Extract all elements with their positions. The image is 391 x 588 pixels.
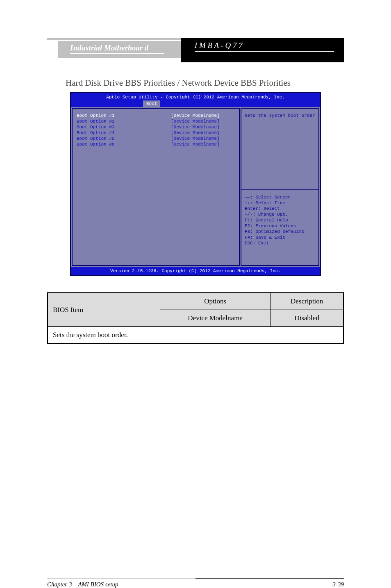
boot-option-label: Boot Option #5 — [77, 136, 171, 141]
bios-key-help: →←: Select Screen ↑↓: Select Item Enter:… — [241, 190, 318, 265]
bios-header: Aptio Setup Utility - Copyright (C) 2012… — [71, 93, 320, 100]
banner-subtitle-underline — [195, 51, 334, 52]
boot-option-row[interactable]: Boot Option #5 [Device Modelname] — [77, 136, 237, 141]
banner-title-underline — [70, 53, 164, 54]
section-title: Hard Disk Drive BBS Priorities / Network… — [66, 78, 391, 88]
key-help-line: +/-: Change Opt. — [245, 212, 316, 217]
key-help-line: F4: Save & Exit — [245, 235, 316, 240]
key-help-line: Enter: Select — [245, 206, 316, 212]
boot-option-label: Boot Option #2 — [77, 119, 171, 124]
boot-option-row[interactable]: Boot Option #4 [Device Modelname] — [77, 130, 237, 136]
bios-options-table: BIOS ItemOptionsDescriptionDevice Modeln… — [47, 292, 344, 344]
boot-option-label: Boot Option #4 — [77, 130, 171, 136]
td-option-desc: Disabled — [271, 310, 343, 327]
footer-left: Chapter 3 – AMI BIOS setup — [47, 581, 118, 588]
footer-right: 3-39 — [333, 581, 344, 588]
boot-option-value: [Device Modelname] — [171, 119, 220, 124]
boot-option-label: Boot Option #6 — [77, 141, 171, 147]
bios-setup-screenshot: Aptio Setup Utility - Copyright (C) 2012… — [70, 92, 321, 276]
th-options: Options — [160, 293, 271, 310]
boot-option-value: [Device Modelname] — [171, 130, 220, 136]
key-help-line: ESC: Exit — [245, 240, 316, 246]
bios-tab-boot[interactable]: Boot — [143, 100, 160, 107]
boot-option-row[interactable]: Boot Option #1 [Device Modelname] — [77, 113, 237, 119]
key-help-line: ↑↓: Select Item — [245, 200, 316, 206]
boot-option-row[interactable]: Boot Option #2 [Device Modelname] — [77, 119, 237, 124]
td-option-value: Device Modelname — [160, 310, 271, 327]
boot-option-value: [Device Modelname] — [171, 124, 220, 130]
key-help-line: F1: General Help — [245, 217, 316, 223]
boot-option-label: Boot Option #1 — [77, 113, 171, 119]
key-help-line: F2: Previous Values — [245, 223, 316, 229]
boot-option-label: Boot Option #3 — [77, 124, 171, 130]
th-bios-item: BIOS Item — [48, 293, 160, 327]
th-description: Description — [271, 293, 343, 310]
bios-footer: Version 2.15.1236. Copyright (C) 2012 Am… — [71, 267, 320, 275]
bios-tab-bar: Boot — [71, 100, 320, 107]
banner-title: Industrial Motherboar d — [70, 43, 181, 52]
banner-subtitle: I M B A - Q 7 7 — [195, 41, 344, 50]
td-full-desc: Sets the system boot order. — [48, 327, 343, 344]
key-help-line: →←: Select Screen — [245, 194, 316, 200]
boot-option-value: [Device Modelname] — [171, 141, 220, 147]
bios-help-desc: Sets the system boot order — [245, 113, 315, 118]
key-help-line: F3: Optimized Defaults — [245, 229, 316, 235]
boot-option-value: [Device Modelname] — [171, 113, 220, 119]
banner-right: I M B A - Q 7 7 — [181, 38, 344, 62]
page-banner: I M B A - Q 7 7 Industrial Motherboar d — [47, 38, 344, 62]
banner-left: Industrial Motherboar d — [47, 38, 181, 62]
boot-option-value: [Device Modelname] — [171, 136, 220, 141]
bios-help-pane: Sets the system boot order →←: Select Sc… — [241, 108, 319, 266]
page-footer: Chapter 3 – AMI BIOS setup 3-39 — [0, 578, 391, 588]
boot-option-row[interactable]: Boot Option #3 [Device Modelname] — [77, 124, 237, 130]
boot-option-row[interactable]: Boot Option #6 [Device Modelname] — [77, 141, 237, 147]
bios-options-pane[interactable]: Boot Option #1 [Device Modelname] Boot O… — [72, 108, 240, 266]
